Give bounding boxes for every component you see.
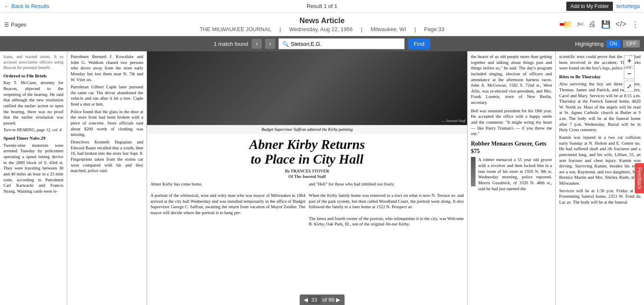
col2-text1: Patrolmen Bernard J. Kowalske and John G… xyxy=(71,54,143,82)
col2-text3: Police found that the glass in the door … xyxy=(71,109,143,138)
col1-heading1: Ordered to File Briefs xyxy=(3,73,63,79)
zoom-out-button[interactable]: − xyxy=(624,68,635,79)
article-bar-icons: 📁 ✄ 🖨 💾 </> ⋮ xyxy=(562,19,640,30)
save-icon-button[interactable]: 💾 xyxy=(600,19,611,30)
highlighting-off-button[interactable]: OFF xyxy=(623,40,640,48)
article-title: News Article xyxy=(300,16,344,25)
col4-text3: A robber menaced a 55 year old grocer wi… xyxy=(478,157,552,191)
col1-text1: Ray T. McCann, attorney for Beacon, obje… xyxy=(3,80,63,126)
find-button[interactable]: Find xyxy=(408,38,430,49)
back-to-results-label: Back to Results xyxy=(11,3,49,9)
byline: By FRANCES STOVER Of The Journal Staff xyxy=(147,168,467,180)
article-location: Milwaukee, WI xyxy=(371,26,406,32)
image-caption: Budget Supervisor Saffran admired the Ki… xyxy=(147,125,467,134)
share-icon-button[interactable]: </> xyxy=(615,19,627,29)
highlighting-area: Highlighting ON OFF xyxy=(575,40,640,48)
next-match-button[interactable]: › xyxy=(265,39,275,49)
newspaper-col-1: loans, and wasted assets. It so accused … xyxy=(0,51,67,305)
zoom-in-button[interactable]: + xyxy=(624,56,635,66)
add-folder-icon-button[interactable]: 📁 xyxy=(562,19,573,30)
pages-icon: ☰ xyxy=(4,21,9,27)
col5-text4: Services will be at 1:30 p.m. Friday at … xyxy=(559,188,641,205)
print-icon-button[interactable]: 🖨 xyxy=(588,19,597,29)
zoom-controls: + − ⤢ xyxy=(624,56,635,92)
newspaper-col-2: Patrolmen Bernard J. Kowalske and John G… xyxy=(67,51,147,305)
add-to-folder-button[interactable]: Add to My Folder xyxy=(566,2,613,11)
feedback-tab[interactable]: Feedback xyxy=(635,163,644,194)
col4-text2: Bell was renamed president for his 18th … xyxy=(471,108,552,137)
main-headline: Abner Kirby Returns to Place in City Hal… xyxy=(147,134,467,168)
col1-text2: Twenty-nine motorists were arrested Tues… xyxy=(3,143,63,194)
pages-button[interactable]: ☰ Pages xyxy=(4,21,26,27)
highlighting-label: Highlighting xyxy=(575,41,604,47)
newspaper-col-4: the hearts of us old people more than ge… xyxy=(468,51,556,305)
user-link[interactable]: tertortega xyxy=(616,3,640,9)
col5-text3: Kamin was injured in a two car collision… xyxy=(559,135,641,186)
headline-line1: Abner Kirby Returns xyxy=(249,137,365,152)
zoom-expand-button[interactable]: ⤢ xyxy=(624,81,635,92)
top-bar-right: Add to My Folder tertortega xyxy=(566,2,640,11)
publication-name: THE MILWAUKEE JOURNAL xyxy=(200,26,271,32)
article-body: Abner Kirby has come home. A portrait of… xyxy=(147,181,467,305)
article-bar: ☰ Pages News Article THE MILWAUKEE JOURN… xyxy=(0,13,644,36)
col2-text4: Detectives Kenneth Hagopian and Edward B… xyxy=(71,139,143,174)
more-icon-button[interactable]: ⋮ xyxy=(631,19,640,30)
match-count-label: 1 match found xyxy=(214,41,248,47)
search-icon: 🔍 xyxy=(282,41,289,47)
search-input[interactable] xyxy=(291,41,396,47)
prev-match-button[interactable]: ‹ xyxy=(252,39,262,49)
col4-text1: the hearts of us old people more than ge… xyxy=(471,54,552,106)
result-count: Result 1 of 1 xyxy=(307,3,337,9)
search-bar: 1 match found ‹ › 🔍 Find Highlighting ON… xyxy=(0,36,644,51)
highlighting-on-button[interactable]: ON xyxy=(606,40,620,48)
back-to-results-link[interactable]: ← Back to Results xyxy=(4,3,49,9)
article-page: Page:33 xyxy=(424,26,444,32)
article-body-col-1: Abner Kirby has come home. A portrait of… xyxy=(149,181,307,305)
main-article-col: — Journal Staff Budget Supervisor Saffra… xyxy=(147,51,468,305)
scissors-icon-button[interactable]: ✄ xyxy=(576,19,584,30)
search-input-wrapper: 🔍 xyxy=(279,38,405,49)
col1-turn: Turn to HEARING, page 12, col. 4 xyxy=(3,127,63,133)
back-arrow-icon: ← xyxy=(4,3,10,9)
col2-text2: Patrolman Gilbert Caple later pursued th… xyxy=(71,84,143,107)
image-credit: — Journal Staff xyxy=(149,118,465,123)
article-body-col-2: and "Hell" for those who had imbibed too… xyxy=(307,181,465,305)
current-page: 33 xyxy=(308,296,321,304)
col4-heading: Robber Menaces Grocer, Gets $75 xyxy=(471,140,552,155)
main-content: loans, and wasted assets. It so accused … xyxy=(0,51,644,305)
article-image: — Journal Staff xyxy=(147,51,467,125)
page-number-bar: ◀ 33 of 96 ▶ xyxy=(300,294,344,305)
newspaper-area: loans, and wasted assets. It so accused … xyxy=(0,51,644,305)
page-of-label: of 96 xyxy=(322,297,334,303)
headline-line2: to Place in City Hall xyxy=(251,151,363,167)
article-meta: THE MILWAUKEE JOURNAL | Wednesday, Aug 2… xyxy=(196,26,448,32)
col1-heading2: Speed Timer Nabs 29 xyxy=(3,135,63,141)
robber-photo xyxy=(471,157,476,186)
top-bar: ← Back to Results Result 1 of 1 Add to M… xyxy=(0,0,644,13)
newspaper-columns: loans, and wasted assets. It so accused … xyxy=(0,51,644,305)
article-date: Wednesday, Aug 22, 1956 xyxy=(289,26,352,32)
